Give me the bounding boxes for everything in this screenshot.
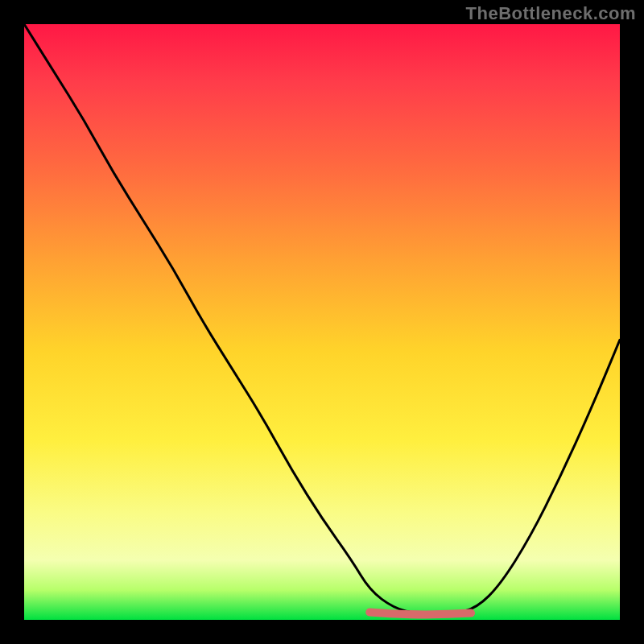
flat-bottom-highlight-path <box>369 613 471 615</box>
bottleneck-curve-svg <box>24 24 620 620</box>
chart-frame: TheBottleneck.com <box>0 0 644 644</box>
watermark-text: TheBottleneck.com <box>466 3 636 24</box>
bottleneck-curve-path <box>24 24 620 614</box>
